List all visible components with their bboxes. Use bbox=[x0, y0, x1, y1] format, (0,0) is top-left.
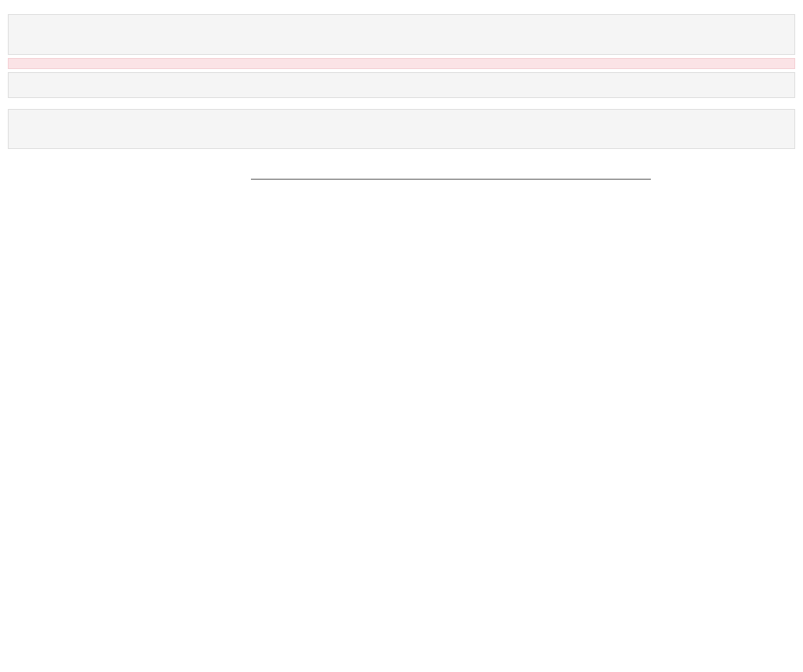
code-cell-1 bbox=[8, 14, 795, 55]
code-cell-2 bbox=[8, 72, 795, 98]
shap-waterfall-chart bbox=[8, 160, 651, 210]
warning-output bbox=[8, 58, 795, 69]
code-cell-3 bbox=[8, 109, 795, 150]
